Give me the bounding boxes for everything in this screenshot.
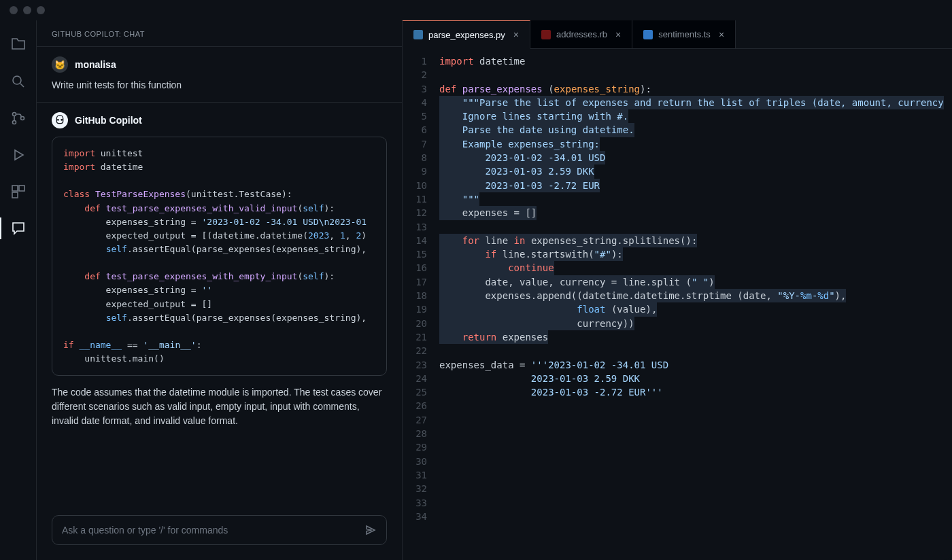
activity-bar	[0, 20, 37, 560]
file-type-icon	[643, 30, 653, 39]
svg-point-7	[57, 119, 59, 121]
svg-rect-6	[12, 192, 18, 198]
maximize-window-icon[interactable]	[37, 6, 45, 14]
svg-point-3	[20, 117, 24, 120]
editor-tabs: parse_expenses.py×addresses.rb×sentiment…	[403, 20, 952, 49]
close-icon[interactable]: ×	[615, 29, 621, 40]
svg-point-1	[12, 113, 16, 116]
svg-rect-5	[19, 186, 24, 191]
source-control-icon[interactable]	[10, 110, 27, 126]
chat-panel: GITHUB COPILOT: CHAT 🐱 monalisa Write un…	[37, 20, 403, 560]
user-avatar-icon: 🐱	[52, 56, 68, 73]
titlebar	[0, 0, 952, 20]
send-icon[interactable]	[364, 524, 377, 536]
bot-message: GitHub Copilot import unittest import da…	[37, 103, 402, 438]
run-debug-icon[interactable]	[10, 147, 27, 163]
user-message: 🐱 monalisa Write unit tests for this fun…	[37, 47, 402, 103]
bot-name: GitHub Copilot	[75, 115, 142, 126]
chat-input[interactable]	[52, 515, 387, 545]
bot-explanation: The code assumes that the datetime modul…	[52, 385, 387, 428]
file-type-icon	[541, 30, 551, 39]
editor-body[interactable]: 1234567891011121314151617181920212223242…	[403, 49, 952, 560]
user-prompt: Write unit tests for this function	[52, 78, 387, 92]
svg-rect-4	[12, 186, 18, 191]
chat-header: GITHUB COPILOT: CHAT	[37, 20, 402, 47]
tab-label: parse_expenses.py	[428, 30, 505, 40]
minimize-window-icon[interactable]	[23, 6, 31, 14]
svg-point-0	[13, 76, 21, 84]
code-content[interactable]: import datetimedef parse_expenses (expen…	[439, 54, 952, 560]
tab-addresses-rb[interactable]: addresses.rb×	[530, 20, 632, 48]
chat-input-field[interactable]	[62, 525, 364, 536]
tab-label: addresses.rb	[556, 29, 607, 39]
close-icon[interactable]: ×	[719, 29, 724, 40]
editor-panel: parse_expenses.py×addresses.rb×sentiment…	[403, 20, 952, 560]
line-gutter: 1234567891011121314151617181920212223242…	[403, 54, 439, 560]
user-name: monalisa	[75, 59, 116, 70]
copilot-avatar-icon	[52, 112, 68, 128]
search-icon[interactable]	[10, 73, 27, 90]
svg-point-2	[12, 121, 16, 124]
extensions-icon[interactable]	[10, 183, 27, 200]
tab-parse_expenses-py[interactable]: parse_expenses.py×	[403, 20, 530, 49]
close-icon[interactable]: ×	[513, 29, 519, 40]
file-type-icon	[413, 30, 423, 39]
tab-sentiments-ts[interactable]: sentiments.ts×	[632, 20, 736, 48]
suggested-code-block[interactable]: import unittest import datetime class Te…	[52, 137, 387, 376]
svg-point-8	[61, 119, 63, 121]
close-window-icon[interactable]	[10, 6, 18, 14]
chat-icon[interactable]	[10, 220, 27, 237]
tab-label: sentiments.ts	[658, 29, 711, 39]
explorer-icon[interactable]	[10, 37, 27, 53]
